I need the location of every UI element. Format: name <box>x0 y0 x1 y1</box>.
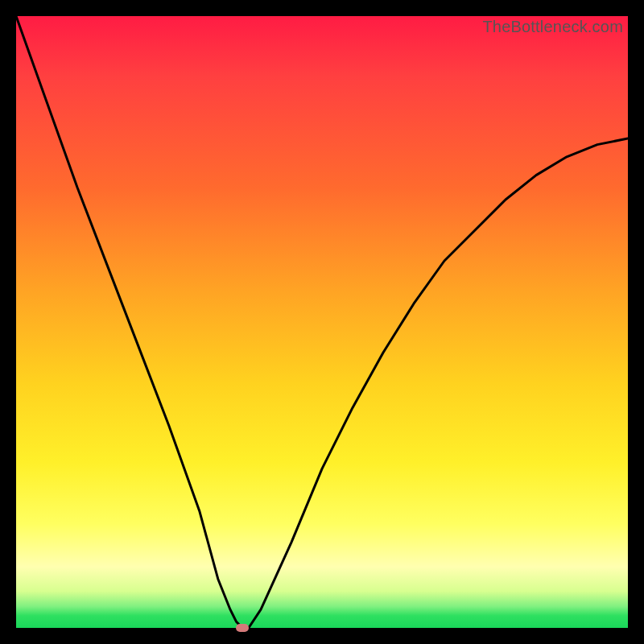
chart-frame: TheBottleneck.com <box>0 0 644 644</box>
optimal-point-marker <box>236 624 249 632</box>
plot-gradient-background <box>16 16 628 628</box>
plot-outer: TheBottleneck.com <box>16 16 628 628</box>
watermark-text: TheBottleneck.com <box>482 18 623 36</box>
